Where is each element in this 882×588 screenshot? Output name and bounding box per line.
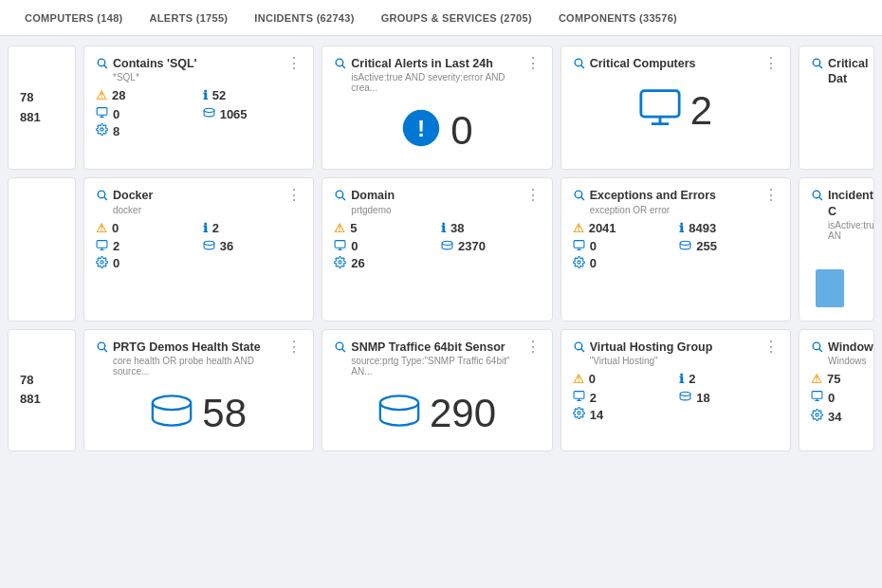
card-menu-alerts[interactable]: ⋮ <box>525 56 541 71</box>
card-docker: Docker docker ⋮ ⚠ 0 ℹ 2 <box>83 177 314 322</box>
svg-point-30 <box>442 241 452 245</box>
stat-warn-exc: ⚠ 2041 <box>573 221 672 235</box>
card-title-critdata: Critical Dat <box>828 56 868 87</box>
svg-point-44 <box>153 395 191 410</box>
search-icon-prtg <box>96 340 108 356</box>
partial-stat-2: 881 <box>20 108 64 128</box>
card-menu-virtual[interactable]: ⋮ <box>763 340 779 355</box>
svg-rect-13 <box>640 91 678 118</box>
svg-point-32 <box>575 191 582 198</box>
stat-comp-sql: 0 <box>96 106 195 121</box>
info-icon-sql: ℹ <box>203 88 208 102</box>
svg-line-33 <box>580 197 583 200</box>
card-virtual-hosting: Virtual Hosting Group "Virtual Hosting" … <box>560 329 791 451</box>
stat-info-docker: ℹ 2 <box>203 221 303 235</box>
nav-tab-components[interactable]: COMPONENTS (33576) <box>545 0 690 35</box>
card-menu-prtg[interactable]: ⋮ <box>286 340 302 355</box>
svg-point-55 <box>813 342 820 350</box>
svg-line-12 <box>580 65 583 68</box>
card-critical-computers: Critical Computers ⋮ 2 <box>560 46 791 170</box>
svg-line-43 <box>104 348 107 351</box>
card-title-exceptions: Exceptions and Errors <box>590 188 716 203</box>
main-content: 78 881 Contains 'SQL' *SQL* ⋮ ⚠ <box>0 36 882 461</box>
stat-disk-exc: 255 <box>679 239 779 254</box>
card-menu-domain[interactable]: ⋮ <box>525 188 541 203</box>
svg-point-6 <box>101 128 103 131</box>
partial-card-2 <box>8 177 76 322</box>
stat-comp-virtual: 2 <box>573 390 672 405</box>
card-row-2: Docker docker ⋮ ⚠ 0 ℹ 2 <box>8 177 874 322</box>
card-contains-sql: Contains 'SQL' *SQL* ⋮ ⚠ 28 ℹ 52 <box>83 46 314 170</box>
stat-disk-virtual: 18 <box>679 390 779 405</box>
search-icon-alerts <box>334 57 346 72</box>
svg-text:!: ! <box>417 116 425 141</box>
svg-point-0 <box>98 59 105 66</box>
card-title-incidents: Incidents C <box>828 188 874 219</box>
windows-stat-warn: ⚠ 75 <box>811 372 862 386</box>
search-icon-virtual <box>573 340 585 356</box>
card-menu-snmp[interactable]: ⋮ <box>525 340 541 355</box>
nav-tab-incidents[interactable]: INCIDENTS (62743) <box>241 0 367 35</box>
svg-line-1 <box>104 65 107 68</box>
search-icon-docker <box>96 189 108 204</box>
card-subtitle-incidents: isActive:true AN <box>828 220 874 241</box>
svg-point-11 <box>575 59 582 66</box>
stat-info-virtual: ℹ 2 <box>679 372 779 386</box>
prtg-big-value: 58 <box>202 394 247 433</box>
svg-point-54 <box>578 412 580 414</box>
svg-line-19 <box>104 197 107 200</box>
card-subtitle-virtual: "Virtual Hosting" <box>590 356 713 366</box>
stat-info-exc: ℹ 8493 <box>679 221 779 235</box>
search-icon-snmp <box>334 340 346 356</box>
svg-rect-34 <box>574 240 584 248</box>
alert-big-icon: ! <box>401 108 441 154</box>
card-menu-exceptions[interactable]: ⋮ <box>763 188 779 203</box>
stat-disk-sql: 1065 <box>203 106 303 121</box>
card-subtitle-alerts: isActive:true AND severity:error AND cre… <box>351 72 521 93</box>
card-title-docker: Docker <box>113 188 153 203</box>
svg-point-18 <box>98 191 105 198</box>
card-menu-computers[interactable]: ⋮ <box>763 56 779 71</box>
stat-comp-domain: 0 <box>334 239 433 254</box>
windows-stat-gear: 34 <box>811 409 862 424</box>
nav-tab-groups[interactable]: GROUPS & SERVICES (2705) <box>368 0 545 35</box>
svg-point-31 <box>339 260 341 263</box>
card-title-snmp: SNMP Traffice 64bit Sensor <box>351 340 521 355</box>
svg-rect-20 <box>97 240 107 248</box>
svg-point-45 <box>336 342 343 350</box>
svg-point-5 <box>204 108 214 112</box>
card-domain: Domain prtgdemo ⋮ ⚠ 5 ℹ 38 <box>322 177 552 322</box>
svg-line-49 <box>580 348 583 351</box>
search-icon-sql <box>96 57 108 72</box>
svg-line-26 <box>342 197 345 200</box>
card-critical-data-partial: Critical Dat <box>799 46 874 170</box>
card-windows-partial: Windows Windows ⚠ 75 0 <box>799 329 874 451</box>
svg-point-7 <box>336 59 343 66</box>
svg-rect-50 <box>574 392 584 399</box>
card-title-sql: Contains 'SQL' <box>113 56 197 71</box>
svg-point-60 <box>816 413 818 416</box>
stat-gear-virtual: 14 <box>573 407 779 422</box>
svg-line-46 <box>342 348 345 351</box>
card-title-computers: Critical Computers <box>590 56 696 71</box>
svg-point-38 <box>578 260 580 263</box>
stat-warn-domain: ⚠ 5 <box>334 221 433 235</box>
card-title-domain: Domain <box>351 188 395 203</box>
warn-icon-sql: ⚠ <box>96 88 107 102</box>
card-menu-docker[interactable]: ⋮ <box>286 188 302 203</box>
card-subtitle-sql: *SQL* <box>113 72 197 83</box>
nav-tab-computers[interactable]: COMPUTERS (148) <box>11 0 137 35</box>
card-menu-sql[interactable]: ⋮ <box>286 56 302 71</box>
disk-big-icon-snmp <box>378 392 420 435</box>
stat-gear-sql: 8 <box>96 123 302 138</box>
windows-stat-comp: 0 <box>811 390 862 405</box>
gear-icon-sql <box>96 123 108 138</box>
svg-point-39 <box>813 191 820 198</box>
stat-comp-docker: 2 <box>96 239 195 254</box>
stat-warn-docker: ⚠ 0 <box>96 221 195 235</box>
nav-bar: COMPUTERS (148) ALERTS (1755) INCIDENTS … <box>0 0 882 36</box>
svg-rect-57 <box>812 392 822 399</box>
monitor-big-icon <box>639 87 681 135</box>
card-title-prtg: PRTG Demos Health State <box>113 340 283 355</box>
nav-tab-alerts[interactable]: ALERTS (1755) <box>137 0 242 35</box>
